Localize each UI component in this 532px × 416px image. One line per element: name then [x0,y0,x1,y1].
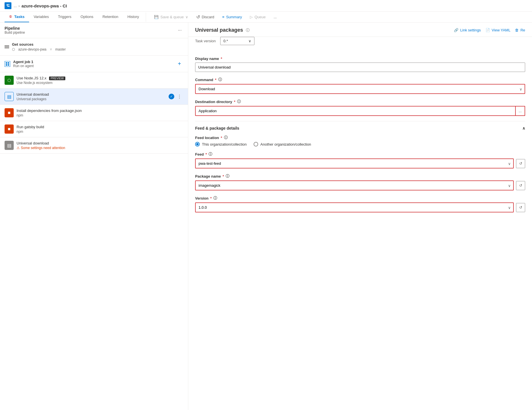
display-name-group: Display name * [195,57,525,72]
feed-location-info-icon[interactable]: ⓘ [224,135,228,140]
tab-retention[interactable]: Retention [98,12,123,22]
remove-icon: 🗑 [515,28,519,32]
nodejs-task-title: Use Node.JS 12.x PREVIEW [17,76,183,80]
feed-location-group: Feed location * ⓘ This organization/coll… [195,135,525,146]
version-refresh-button[interactable]: ↺ [516,203,525,212]
nav-tabs: ① Tasks Variables Triggers Options Reten… [0,12,532,23]
agent-job-section: Agent job 1 Run on agent + [0,56,188,72]
add-task-button[interactable]: + [175,61,183,67]
feed-location-org-radio [195,142,200,146]
destination-dir-required: * [234,100,235,104]
repo-name: azure-devops-pwa [18,47,46,51]
task-gatsby-build[interactable]: ■ Run gatsby build npm [0,121,188,137]
preview-badge: PREVIEW [49,77,65,80]
version-group: Version * ⓘ 1.0.0 ∨ ↺ [195,196,525,212]
right-header-left: Universal packages ⓘ [195,27,250,33]
command-select-wrapper: Download Publish ∨ [195,84,525,94]
summary-button[interactable]: ≡ Summary [219,13,245,21]
command-label: Command * ⓘ [195,77,525,82]
link-settings-button[interactable]: 🔗 Link settings [454,28,481,32]
agent-job-subtitle: Run on agent [13,64,34,68]
get-sources-title: Get sources [12,42,183,47]
version-refresh-icon: ↺ [519,205,522,210]
feed-required: * [205,152,207,156]
section-divider [195,121,525,121]
feed-select-row: pwa-test-feed ∨ ↺ [195,158,525,168]
header-info-icon[interactable]: ⓘ [246,28,250,33]
get-sources-content: Get sources ⬡ azure-devops-pwa ⑂ master [12,42,183,51]
remove-button[interactable]: 🗑 Re [515,28,525,32]
save-queue-button[interactable]: 💾 Save & queue ∨ [151,13,192,21]
feed-select[interactable]: pwa-test-feed [195,158,514,168]
discard-button[interactable]: ↺ Discard [193,13,218,21]
branch-icon: ⑂ [50,47,52,51]
nodejs-task-icon: ⬡ [5,76,14,85]
pipeline-more-button[interactable]: ... [176,26,183,32]
package-name-required: * [222,174,224,178]
feed-info-icon[interactable]: ⓘ [209,152,212,157]
summary-icon: ≡ [222,15,224,19]
package-name-select-row: imagemagick ∨ ↺ [195,180,525,190]
destination-dir-browse-button[interactable]: ... [516,106,525,116]
package-name-info-icon[interactable]: ⓘ [226,174,229,179]
version-select[interactable]: 1.0.0 [195,202,514,212]
package-name-label: Package name * ⓘ [195,174,525,179]
version-label: Version * ⓘ [195,196,525,201]
gatsby-build-content: Run gatsby build npm [17,125,183,134]
destination-dir-info-icon[interactable]: ⓘ [237,99,241,104]
universal-download-task-icon: ▤ [5,92,14,101]
universal-download-2-title: Universal download [17,141,183,145]
command-group: Command * ⓘ Download Publish ∨ [195,77,525,94]
queue-button[interactable]: ▷ Queue [246,13,269,21]
get-sources-icon [5,45,9,48]
display-name-label: Display name * [195,57,525,61]
view-yaml-button[interactable]: 📄 View YAML [486,28,511,32]
right-header: Universal packages ⓘ 🔗 Link settings 📄 V… [188,23,532,37]
nodejs-task-subtitle: Use Node.js ecosystem [17,81,183,85]
more-button[interactable]: ... [270,13,280,21]
tab-variables[interactable]: Variables [29,12,53,22]
task-universal-download-active[interactable]: ▤ Universal download Universal packages … [0,89,188,105]
link-settings-icon: 🔗 [454,28,458,32]
pipeline-title: Pipeline [5,26,25,31]
task-dots-button[interactable]: ⋮ [175,93,183,100]
task-actions: ✓ ⋮ [169,93,183,100]
left-panel: Pipeline Build pipeline ... Get sources … [0,23,188,410]
discard-icon: ↺ [196,14,200,20]
feed-package-title[interactable]: Feed & package details ∧ [195,126,525,130]
package-name-refresh-button[interactable]: ↺ [516,181,525,190]
task-install-deps[interactable]: ■ Install dependencies from package.json… [0,105,188,121]
tab-triggers[interactable]: Triggers [53,12,76,22]
install-deps-content: Install dependencies from package.json n… [17,108,183,117]
main-content: Pipeline Build pipeline ... Get sources … [0,23,532,410]
tab-tasks[interactable]: ① Tasks [5,12,29,22]
save-icon: 💾 [154,15,159,19]
command-info-icon[interactable]: ⓘ [218,77,222,82]
universal-2-icon: ▤ [7,143,11,148]
tab-history[interactable]: History [123,12,143,22]
version-select-row: 1.0.0 ∨ ↺ [195,202,525,212]
version-info-icon[interactable]: ⓘ [213,196,217,201]
task-nodejs[interactable]: ⬡ Use Node.JS 12.x PREVIEW Use Node.js e… [0,72,188,89]
feed-location-org-option[interactable]: This organization/collection [195,142,247,146]
breadcrumb-dots[interactable]: ... [14,4,17,8]
gatsby-build-subtitle: npm [17,130,183,134]
command-select[interactable]: Download Publish [195,84,525,94]
feed-group: Feed * ⓘ pwa-test-feed ∨ ↺ [195,152,525,168]
task-universal-download-2[interactable]: ▤ Universal download ⚠ Some settings nee… [0,137,188,154]
gatsby-build-icon: ■ [5,124,14,134]
universal-download-subtitle: Universal packages [17,97,166,101]
display-name-input[interactable] [195,63,525,72]
tab-options[interactable]: Options [76,12,98,22]
feed-refresh-button[interactable]: ↺ [516,159,525,168]
package-name-group: Package name * ⓘ imagemagick ∨ ↺ [195,174,525,190]
destination-dir-label: Destination directory * ⓘ [195,99,525,104]
right-panel: Universal packages ⓘ 🔗 Link settings 📄 V… [188,23,532,410]
branch-name: master [55,47,66,51]
package-name-select[interactable]: imagemagick [195,180,514,190]
feed-location-another-option[interactable]: Another organization/collection [254,142,311,146]
agent-job-title: Agent job 1 [13,60,34,64]
universal-download-icon: ▤ [7,94,11,99]
task-version-select[interactable]: 0.* ∨ [220,37,254,45]
destination-dir-input[interactable] [195,106,516,116]
